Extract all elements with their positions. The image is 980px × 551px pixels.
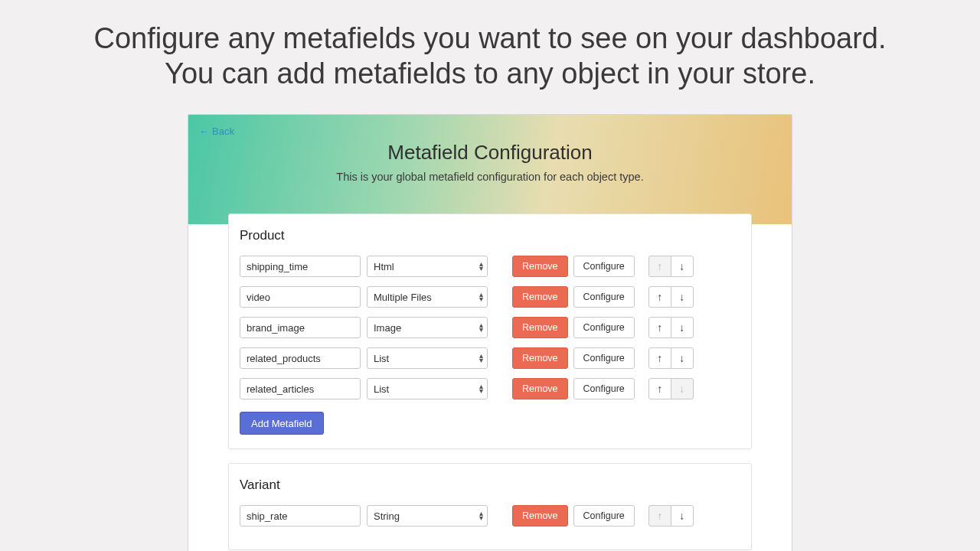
back-label: Back [212,126,234,137]
configure-button[interactable]: Configure [573,378,635,399]
arrow-left-icon: ← [199,126,209,137]
configure-button[interactable]: Configure [573,286,635,308]
section-card: ProductHtml▴▾RemoveConfigure↑↓Multiple F… [228,214,752,449]
remove-button[interactable]: Remove [512,286,568,308]
reorder-group: ↑↓ [648,256,694,277]
move-down-button[interactable]: ↓ [671,286,694,308]
reorder-group: ↑↓ [648,286,694,308]
panel-title: Metafield Configuration [199,141,781,165]
metafield-type-select[interactable]: Image [367,317,488,338]
panel-subtitle: This is your global metafield configurat… [199,171,781,183]
section-title: Variant [240,478,740,493]
move-up-button[interactable]: ↑ [648,286,671,308]
configure-button[interactable]: Configure [573,317,635,338]
metafield-row: List▴▾RemoveConfigure↑↓ [240,347,740,369]
remove-button[interactable]: Remove [512,505,568,527]
reorder-group: ↑↓ [648,505,694,527]
move-down-button[interactable]: ↓ [671,256,694,277]
reorder-group: ↑↓ [648,378,694,399]
metafield-row: String▴▾RemoveConfigure↑↓ [240,505,740,527]
add-metafield-button[interactable]: Add Metafield [240,412,324,435]
move-down-button[interactable]: ↓ [671,317,694,338]
remove-button[interactable]: Remove [512,256,568,277]
metafield-name-input[interactable] [240,378,361,399]
metafield-row: List▴▾RemoveConfigure↑↓ [240,378,740,399]
remove-button[interactable]: Remove [512,378,568,399]
move-down-button: ↓ [671,378,694,399]
metafield-name-input[interactable] [240,286,361,308]
configure-button[interactable]: Configure [573,347,635,369]
metafield-row: Html▴▾RemoveConfigure↑↓ [240,256,740,277]
move-up-button: ↑ [648,505,671,527]
metafield-name-input[interactable] [240,256,361,277]
metafield-name-input[interactable] [240,347,361,369]
metafield-row: Image▴▾RemoveConfigure↑↓ [240,317,740,338]
move-down-button[interactable]: ↓ [671,505,694,527]
back-link[interactable]: ← Back [199,126,234,137]
panel-header: ← Back Metafield Configuration This is y… [188,115,792,224]
configure-button[interactable]: Configure [573,505,635,527]
section-card: VariantString▴▾RemoveConfigure↑↓ [228,463,752,550]
metafield-type-select[interactable]: Multiple Files [367,286,488,308]
metafield-name-input[interactable] [240,317,361,338]
headline-line1: Configure any metafields you want to see… [93,22,886,54]
move-down-button[interactable]: ↓ [671,347,694,369]
headline-line2: You can add metafields to any object in … [165,57,815,90]
metafield-type-select[interactable]: String [367,505,488,527]
remove-button[interactable]: Remove [512,347,568,369]
reorder-group: ↑↓ [648,347,694,369]
reorder-group: ↑↓ [648,317,694,338]
move-up-button[interactable]: ↑ [648,347,671,369]
metafield-type-select[interactable]: Html [367,256,488,277]
metafield-row: Multiple Files▴▾RemoveConfigure↑↓ [240,286,740,308]
metafield-type-select[interactable]: List [367,347,488,369]
metafield-type-select[interactable]: List [367,378,488,399]
marketing-headline: Configure any metafields you want to see… [0,0,980,106]
move-up-button: ↑ [648,256,671,277]
move-up-button[interactable]: ↑ [648,378,671,399]
remove-button[interactable]: Remove [512,317,568,338]
metafield-name-input[interactable] [240,505,361,527]
move-up-button[interactable]: ↑ [648,317,671,338]
configure-button[interactable]: Configure [573,256,635,277]
config-panel: ← Back Metafield Configuration This is y… [188,114,792,551]
section-title: Product [240,228,740,243]
